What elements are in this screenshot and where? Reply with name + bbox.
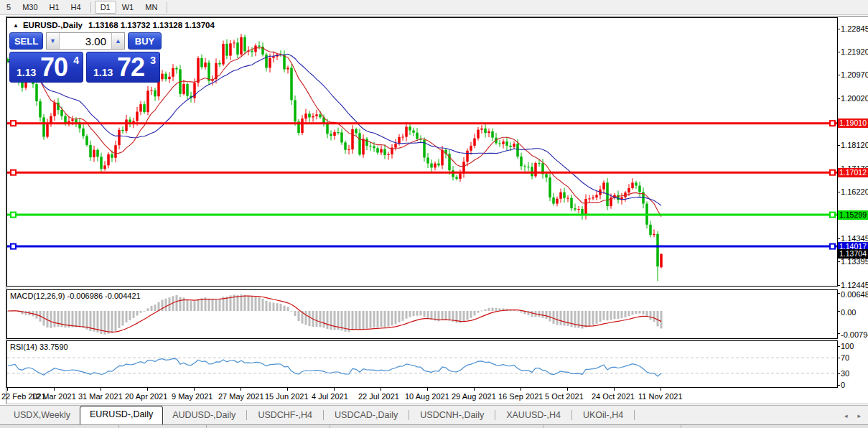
date-axis-tick [147,388,148,391]
date-axis-label: 27 May 2021 [218,392,264,401]
date-axis-tick [194,388,195,391]
date-axis-tick [7,388,8,391]
tab-scroll-left-icon[interactable]: ◂ [844,412,848,419]
price-axis-badge: 1.17012 [838,168,868,177]
volume-input[interactable] [60,33,111,49]
price-axis-label: 1.18120 [841,141,868,149]
tab-scroll-right-icon[interactable]: ▸ [857,412,861,419]
macd-histogram [7,294,663,335]
bottom-strip-divider [543,425,543,428]
axis-tick [837,192,840,192]
chart-tab-bar: USDX,WeeklyEURUSD-,DailyAUDUSD-,DailyUSD… [0,405,868,424]
tab-usdchf-h4[interactable]: USDCHF-,H4 [248,406,322,424]
timeframe-button-H1[interactable]: H1 [44,1,65,14]
timeframe-button-D1[interactable]: D1 [95,1,116,14]
macd-axis-label: 0.00 [841,308,856,317]
date-axis-label: 16 Sep 2021 [498,392,543,401]
rsi-panel[interactable] [6,340,838,388]
toolbar-separator [167,2,167,13]
price-axis-label: 1.21920 [841,47,868,56]
date-axis-label: 11 Nov 2021 [638,392,683,401]
tab-divider [495,410,495,420]
tab-scroll-arrows: ◂▸ [844,412,861,419]
date-axis-label: 20 Apr 2021 [125,392,167,401]
sell-price-prefix: 1.13 [17,67,36,78]
date-axis-tick [287,388,288,391]
bottom-strip-divider [330,425,330,428]
tab-audusd-daily[interactable]: AUDUSD-,Daily [163,406,245,424]
price-axis-label: 1.16220 [841,187,868,196]
volume-increase-button[interactable]: ▲ [111,33,124,49]
rsi-axis-label: 100 [841,342,854,350]
date-axis-label: 9 May 2021 [172,392,213,401]
tab-ukoil-h4[interactable]: UKOil-,H4 [574,406,633,424]
axis-tick [837,293,840,294]
chart-symbol-label: EURUSD-,Daily [23,21,83,29]
date-axis-label: 31 Mar 2021 [78,392,123,401]
volume-decrease-button[interactable]: ▼ [47,33,60,49]
rsi-axis-label: 0 [841,381,845,389]
price-axis-badge: 1.19010 [838,118,868,128]
date-axis-tick [101,388,101,391]
date-axis-label: 4 Jul 2021 [312,392,348,401]
one-click-trade-panel: SELL ▼ ▲ BUY 1.13 70 4 1.13 72 3 [9,32,162,83]
sell-price-display[interactable]: 1.13 70 4 [9,52,83,83]
buy-price-prefix: 1.13 [93,67,113,78]
price-axis-label: 1.22845 [841,24,868,33]
toolbar-separator [90,2,91,13]
horizontal-line-1.1901[interactable] [7,121,837,126]
tab-usdcnh-daily[interactable]: USDCNH-,Daily [411,406,493,424]
buy-price-pip: 3 [150,55,156,66]
timeframe-toolbar: 5M30H1H4D1W1MN [0,0,868,15]
horizontal-line-1.14017[interactable] [7,244,837,249]
date-axis-tick [474,388,475,391]
tab-xauusd-h4[interactable]: XAUUSD-,H4 [497,406,570,424]
date-axis-tick [427,388,428,391]
macd-axis-label: -0.007947 [841,330,868,339]
date-axis-tick [241,388,241,391]
tab-divider [323,410,324,420]
rsi-axis-label: 30 [841,369,849,378]
macd-label: MACD(12,26,9) -0.006986 -0.004421 [10,292,141,300]
date-axis-label: 22 Jul 2021 [358,392,399,401]
buy-price-display[interactable]: 1.13 72 3 [86,52,160,83]
date-axis-label: 29 Aug 2021 [452,392,496,401]
axis-tick [837,285,840,286]
date-axis-tick [567,388,568,391]
timeframe-button-5[interactable]: 5 [1,1,17,14]
date-axis-tick [54,388,55,391]
date-axis-label: 15 Jun 2021 [265,392,309,401]
timeframe-button-MN[interactable]: MN [139,1,163,14]
timeframe-button-M30[interactable]: M30 [17,1,43,14]
chart-ohlc-values: 1.13168 1.13732 1.13128 1.13704 [88,21,215,29]
date-axis-label: 10 Aug 2021 [405,392,449,401]
axis-tick [837,346,840,347]
axis-tick [837,145,840,146]
axis-tick [837,98,840,99]
sell-price-pip: 4 [73,55,79,66]
price-axis-badge: 1.15299 [838,210,868,220]
chart-window-border-bottom [6,404,868,404]
price-axis-label: 1.20020 [841,94,868,103]
tab-usdcad-daily[interactable]: USDCAD-,Daily [325,406,407,424]
price-axis-label: 1.20970 [841,70,868,79]
horizontal-line-1.17012[interactable] [7,170,837,175]
axis-tick [837,333,840,334]
axis-tick [837,52,840,52]
price-axis-badge: 1.13704 [838,249,868,259]
tab-divider [246,410,247,420]
buy-button[interactable]: BUY [128,32,162,50]
buy-price-main: 72 [117,52,144,83]
sell-price-main: 70 [40,52,67,83]
axis-tick [837,75,840,75]
tab-divider [571,410,572,420]
date-axis-label: 5 Oct 2021 [545,392,584,401]
timeframe-button-H4[interactable]: H4 [65,1,87,14]
timeframe-button-W1[interactable]: W1 [116,1,140,14]
sell-button[interactable]: SELL [9,32,43,50]
collapse-triangle-icon[interactable]: ▲ [13,22,19,29]
chart-title: ▲EURUSD-,Daily1.13168 1.13732 1.13128 1.… [13,21,215,29]
horizontal-line-1.15299[interactable] [7,213,837,218]
tab-usdx-weekly[interactable]: USDX,Weekly [4,406,80,424]
tab-eurusd-daily[interactable]: EURUSD-,Daily [80,406,163,424]
